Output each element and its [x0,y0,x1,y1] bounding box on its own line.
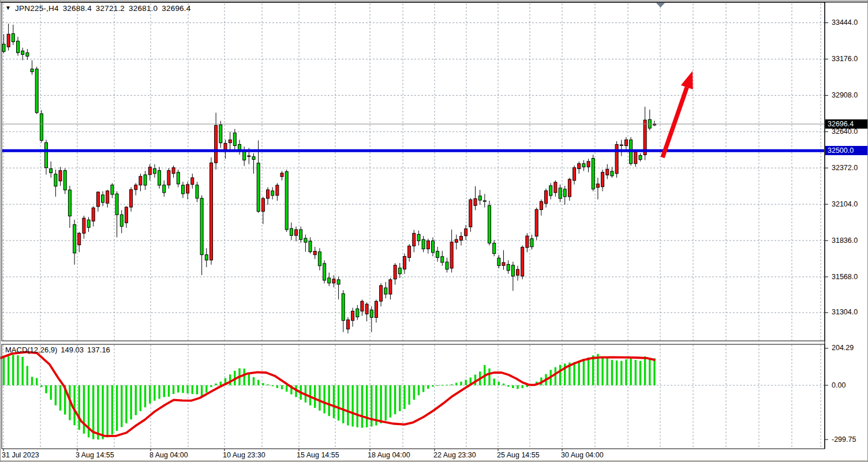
macd-bar [559,365,561,385]
price-axis-label: 31304.0 [832,308,858,316]
candle-body [620,145,623,145]
candle-body [540,201,542,209]
candle-body [592,159,594,189]
candle-body [177,172,179,184]
macd-bar [408,385,410,405]
macd-bar [272,385,274,386]
candle-body [530,239,533,247]
candle-body [35,69,38,113]
current-price-badge: 32696.4 [825,119,868,129]
candle-body [559,188,562,198]
candle-body [426,241,429,249]
macd-bar [578,361,580,385]
price-axis-label: 31568.0 [832,273,858,281]
candle-body [488,205,491,243]
macd-bar [644,356,646,385]
chart-title: ▼ JPN225-,H4 32688.4 32721.2 32681.0 326… [5,4,190,13]
candle-body [346,320,349,329]
candle-body [394,265,396,279]
candle-body [478,196,481,200]
macd-bar [432,385,433,387]
candle-body [261,198,264,211]
ohlc-high: 32721.2 [96,4,125,13]
chart-window: ▼ JPN225-,H4 32688.4 32721.2 32681.0 326… [0,0,868,462]
macd-name: MACD(12,26,9) [5,345,57,354]
price-axis-label: 33444.0 [832,18,858,27]
macd-bar [517,385,518,389]
macd-bar [512,385,514,388]
candle-body [337,280,340,284]
candle-body [139,176,142,185]
macd-bar [12,355,14,385]
macd-bar [55,385,57,405]
candle-body [186,185,189,193]
macd-bar [385,385,387,420]
candle-body [271,191,274,196]
macd-bar [380,385,381,423]
macd-bar [465,380,467,385]
macd-bar [319,385,320,411]
macd-bar [17,355,18,385]
macd-bar [418,385,420,395]
macd-bar [630,359,631,385]
candle-body [417,234,420,241]
ohlc-low: 32681.0 [129,4,158,13]
macd-bar [281,385,283,389]
time-axis-label: 10 Aug 23:30 [223,451,265,459]
macd-bar [177,385,179,393]
macd-bar [403,385,405,409]
candle-body [545,191,548,204]
candle-body [45,142,48,167]
candle-body [191,178,194,185]
macd-bar [163,385,165,397]
macd-bar [210,385,212,387]
candle-body [158,171,161,185]
macd-bar [601,356,603,385]
price-axis-label: 32908.0 [832,91,858,99]
candle-body [163,185,166,193]
candle-body [59,171,62,181]
candle-body [507,264,510,271]
candle-body [328,278,331,283]
candle-body [280,173,283,176]
macd-bar [22,357,24,385]
macd-bar [83,385,85,434]
macd-bar [201,385,203,396]
macd-bar [267,384,268,385]
macd-bar [451,384,452,385]
candle-body [276,185,279,196]
price-axis-label: 33176.0 [832,55,858,63]
macd-bar [394,385,396,414]
candle-body [167,171,170,185]
time-axis-label: 8 Aug 04:00 [149,451,188,459]
macd-bar [276,385,278,388]
macd-bar [323,385,325,414]
time-axis-label: 22 Aug 23:30 [433,451,476,459]
macd-bar [555,367,556,385]
candle-body [31,69,33,72]
candle-body [332,279,335,283]
macd-bar [253,377,255,385]
candle-body [497,258,500,265]
candle-body [639,156,642,160]
macd-bar [361,385,363,428]
price-axis-label: 32104.0 [832,200,858,208]
candle-body [215,125,218,163]
candle-body [290,228,293,235]
macd-bar [102,385,103,440]
macd-signal-value: 137.16 [87,345,110,354]
macd-bar [286,385,287,392]
macd-bar [262,383,264,385]
macd-bar [522,385,523,388]
candle-body [257,163,260,212]
candle-body [389,280,392,294]
candle-body [196,185,199,198]
candle-body [200,198,203,255]
macd-bar [427,385,429,389]
chart-canvas[interactable] [1,1,868,462]
candle-body [248,156,250,156]
macd-bar [73,385,75,425]
macd-bar [50,385,52,400]
symbol-dropdown-icon[interactable]: ▼ [5,5,11,11]
macd-bar [36,378,38,386]
